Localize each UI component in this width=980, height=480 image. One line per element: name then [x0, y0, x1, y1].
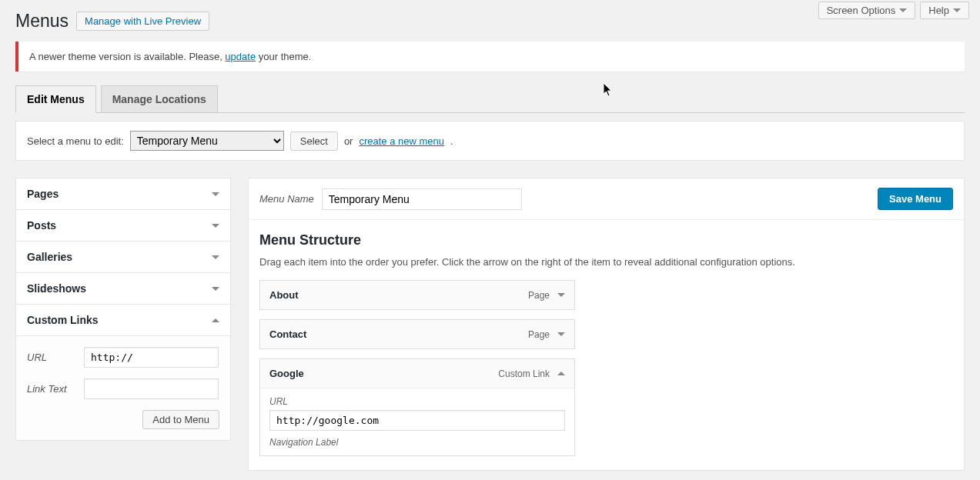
or-text: or	[344, 135, 353, 147]
chevron-down-icon[interactable]	[557, 332, 565, 336]
period: .	[450, 135, 453, 147]
save-menu-button[interactable]: Save Menu	[878, 188, 953, 210]
accordion-slideshows-label: Slideshows	[27, 282, 86, 295]
menu-select[interactable]: Temporary Menu	[130, 131, 284, 151]
notice-suffix: your theme.	[256, 51, 311, 62]
tab-manage-locations[interactable]: Manage Locations	[101, 85, 218, 112]
tab-edit-menus[interactable]: Edit Menus	[15, 85, 96, 113]
menu-item-type: Page	[528, 290, 550, 301]
select-button[interactable]: Select	[290, 132, 338, 151]
accordion-posts[interactable]: Posts	[16, 210, 230, 242]
menu-item-navlabel-label: Navigation Label	[269, 437, 565, 448]
menu-item-url-input[interactable]	[269, 410, 565, 431]
screen-options-button[interactable]: Screen Options	[818, 2, 916, 19]
create-new-menu-link[interactable]: create a new menu	[359, 135, 444, 147]
manage-live-preview-button[interactable]: Manage with Live Preview	[76, 12, 209, 31]
accordion-posts-label: Posts	[27, 219, 56, 232]
chevron-up-icon[interactable]	[557, 372, 565, 375]
accordion-pages[interactable]: Pages	[16, 178, 230, 210]
accordion-custom-links-label: Custom Links	[27, 314, 99, 326]
menu-item[interactable]: Google Custom Link URL Navigation Label	[259, 358, 575, 456]
chevron-down-icon	[212, 287, 219, 291]
menu-item[interactable]: Contact Page	[259, 319, 575, 349]
help-button[interactable]: Help	[920, 2, 969, 19]
chevron-down-icon	[953, 8, 961, 12]
select-menu-label: Select a menu to edit:	[27, 135, 124, 147]
custom-link-text-input[interactable]	[84, 378, 219, 399]
custom-link-url-input[interactable]	[84, 347, 219, 368]
help-label: Help	[928, 5, 949, 16]
url-label: URL	[27, 352, 76, 363]
chevron-up-icon	[212, 318, 219, 322]
add-to-menu-button[interactable]: Add to Menu	[142, 410, 219, 429]
accordion-galleries-label: Galleries	[27, 251, 72, 263]
chevron-down-icon	[212, 192, 219, 196]
chevron-down-icon	[899, 8, 907, 12]
menu-item-type: Page	[528, 329, 550, 340]
menu-name-label: Menu Name	[259, 193, 314, 205]
chevron-down-icon	[212, 255, 219, 259]
custom-links-panel: URL Link Text Add to Menu	[16, 336, 230, 440]
chevron-down-icon	[212, 224, 219, 228]
menu-item-title: Contact	[269, 328, 306, 340]
link-text-label: Link Text	[27, 383, 76, 395]
menu-item-url-label: URL	[269, 396, 565, 407]
notice-prefix: A newer theme version is available. Plea…	[29, 51, 225, 62]
update-notice: A newer theme version is available. Plea…	[15, 42, 965, 72]
menu-name-input[interactable]	[322, 188, 522, 210]
accordion-pages-label: Pages	[27, 188, 59, 200]
accordion-custom-links[interactable]: Custom Links	[16, 305, 230, 336]
menu-structure-desc: Drag each item into the order you prefer…	[259, 256, 953, 268]
screen-options-label: Screen Options	[827, 5, 896, 16]
menu-structure-heading: Menu Structure	[259, 232, 953, 248]
page-title: Menus	[15, 11, 69, 32]
accordion-galleries[interactable]: Galleries	[16, 242, 230, 273]
accordion-slideshows[interactable]: Slideshows	[16, 273, 230, 305]
menu-item-title: Google	[269, 368, 304, 379]
menu-item-type: Custom Link	[498, 368, 550, 379]
menu-item-expanded-body: URL Navigation Label	[260, 388, 574, 455]
chevron-down-icon[interactable]	[557, 293, 565, 297]
menu-item[interactable]: About Page	[259, 280, 575, 310]
menu-item-title: About	[269, 289, 299, 301]
update-link[interactable]: update	[225, 51, 256, 62]
